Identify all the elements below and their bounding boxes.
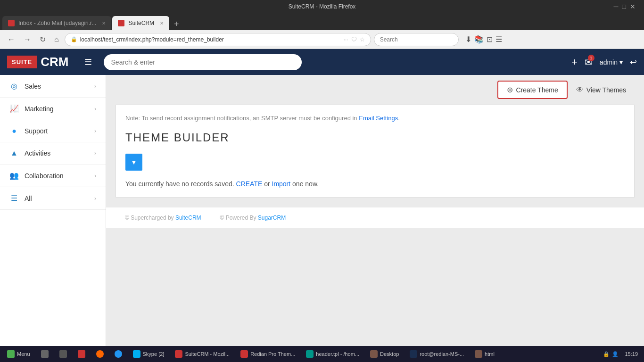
taskbar-header-tpl[interactable]: header.tpl - /hom... [301, 347, 364, 361]
footer-text-2: © Powered By SugarCRM [220, 214, 286, 221]
app2-tb-icon [59, 350, 67, 358]
tab-zoho-label: Inbox - Zoho Mail (udayagiri.r... [18, 20, 96, 26]
taskbar-lock-icon: 🔒 [603, 351, 610, 357]
tab-suite[interactable]: SuiteCRM ✕ [112, 16, 169, 30]
taskbar-redian[interactable]: Redian Pro Them... [236, 347, 300, 361]
back-button[interactable]: ← [5, 33, 18, 46]
admin-button[interactable]: admin ▾ [600, 58, 623, 66]
taskbar-app5[interactable] [110, 347, 127, 361]
taskbar-suitecrm[interactable]: SuiteCRM - Mozil... [170, 347, 234, 361]
close-button[interactable]: ✕ [630, 3, 636, 10]
footer-text-1: © Supercharged by SuiteCRM [125, 214, 201, 221]
activities-icon: ▲ [9, 149, 19, 157]
eye-icon: 👁 [576, 86, 584, 94]
page-footer: © Supercharged by SuiteCRM © Powered By … [106, 207, 644, 228]
tab-suite-close[interactable]: ✕ [160, 21, 164, 26]
zoho-favicon [8, 20, 15, 26]
html-tb-icon [475, 350, 482, 358]
forward-button[interactable]: → [21, 33, 34, 46]
chevron-right-icon-6: › [94, 195, 96, 202]
downloads-icon[interactable]: ⬇ [465, 35, 471, 44]
taskbar-app4[interactable] [91, 347, 108, 361]
main-content: ⊕ Create Theme 👁 View Themes Note: To se… [106, 75, 644, 346]
sidebar-label-collaboration: Collaboration [25, 172, 64, 180]
notice-text: Note: To send record assignment notifica… [125, 115, 357, 122]
url-bar[interactable]: 🔒 localhost/test_crm/index.php?module=re… [65, 33, 371, 46]
email-settings-link[interactable]: Email Settings [359, 115, 398, 122]
crm-header-right: + ✉ 1 admin ▾ ↩ [571, 56, 637, 68]
content-area: Note: To send record assignment notifica… [116, 105, 635, 197]
sidebar-item-sales[interactable]: ◎ Sales › [0, 75, 106, 98]
filter-icon: ▼ [131, 158, 137, 166]
sidebar-toggle-icon[interactable]: ⊡ [487, 35, 493, 44]
taskbar-menu-label: Menu [17, 351, 30, 357]
sidebar-item-collaboration[interactable]: 👥 Collaboration › [0, 165, 106, 187]
sidebar-label-all: All [25, 195, 32, 202]
suitecrm-footer-link[interactable]: SuiteCRM [175, 214, 201, 221]
mail-icon-wrap[interactable]: ✉ 1 [585, 57, 593, 68]
plus-circle-icon: ⊕ [507, 85, 513, 94]
taskbar-user-icon: 👤 [612, 351, 619, 357]
sidebar-label-marketing: Marketing [25, 105, 53, 113]
admin-label: admin [600, 58, 618, 66]
taskbar-app2[interactable] [55, 347, 72, 361]
crm-search-container [104, 54, 302, 70]
browser-title: SuiteCRM - Mozilla Firefox [289, 3, 356, 10]
crm-search-input[interactable] [104, 54, 302, 70]
menu-icon[interactable]: ☰ [495, 35, 502, 44]
app5-tb-icon [115, 350, 122, 358]
sidebar-item-support[interactable]: ● Support › [0, 120, 106, 142]
create-theme-label: Create Theme [516, 86, 558, 94]
taskbar-files[interactable] [36, 347, 53, 361]
import-link[interactable]: Import [272, 180, 291, 188]
hamburger-icon[interactable]: ☰ [84, 57, 92, 67]
logo-crm: CRM [37, 55, 72, 69]
logo-suite: SUITE [7, 56, 37, 68]
root-tb-icon [410, 350, 417, 358]
sidebar-item-all[interactable]: ☰ All › [0, 187, 106, 210]
browser-search-input[interactable] [374, 33, 459, 46]
sales-icon: ◎ [9, 82, 19, 90]
notice-bar: Note: To send record assignment notifica… [125, 115, 625, 122]
new-tab-button[interactable]: + [170, 19, 183, 29]
maximize-button[interactable]: □ [622, 3, 626, 10]
taskbar-app3[interactable] [73, 347, 90, 361]
taskbar-skype[interactable]: Skype [2] [128, 347, 169, 361]
support-icon: ● [9, 127, 19, 135]
home-button[interactable]: ⌂ [51, 33, 62, 46]
sugarcrm-footer-link[interactable]: SugarCRM [258, 214, 286, 221]
filter-button[interactable]: ▼ [125, 154, 142, 171]
crm-body: ◎ Sales › 📈 Marketing › ● Support › [0, 75, 644, 346]
logout-icon[interactable]: ↩ [630, 57, 637, 67]
url-text: localhost/test_crm/index.php?module=red_… [80, 36, 341, 43]
star-icon: ☆ [360, 36, 365, 43]
admin-chevron-icon: ▾ [619, 58, 623, 66]
create-link[interactable]: CREATE [236, 180, 263, 188]
taskbar-skype-label: Skype [2] [143, 351, 165, 357]
create-theme-button[interactable]: ⊕ Create Theme [497, 81, 567, 99]
all-icon: ☰ [9, 194, 19, 203]
main-action-bar: ⊕ Create Theme 👁 View Themes [106, 75, 644, 105]
app4-tb-icon [96, 350, 104, 358]
taskbar-menu[interactable]: Menu [2, 347, 35, 361]
add-icon[interactable]: + [571, 56, 578, 68]
lock-icon: 🔒 [71, 36, 77, 42]
minimize-button[interactable]: ─ [614, 3, 619, 10]
refresh-button[interactable]: ↻ [37, 33, 49, 46]
chevron-right-icon-2: › [94, 106, 96, 112]
taskbar-root[interactable]: root@redian-MS-... [405, 347, 469, 361]
taskbar-desktop[interactable]: Desktop [365, 347, 404, 361]
suite-favicon [118, 20, 124, 26]
tab-zoho-close[interactable]: ✕ [102, 21, 106, 26]
url-more-icon: ··· [344, 36, 348, 43]
collaboration-icon: 👥 [9, 171, 19, 180]
library-icon[interactable]: 📚 [474, 35, 484, 44]
taskbar-html[interactable]: html [470, 347, 499, 361]
taskbar-html-label: html [485, 351, 495, 357]
sidebar-item-activities[interactable]: ▲ Activities › [0, 142, 106, 165]
tab-zoho[interactable]: Inbox - Zoho Mail (udayagiri.r... ✕ [2, 16, 111, 30]
taskbar-root-label: root@redian-MS-... [420, 351, 464, 357]
skype-icon [133, 350, 140, 358]
view-themes-button[interactable]: 👁 View Themes [568, 82, 635, 98]
sidebar-item-marketing[interactable]: 📈 Marketing › [0, 98, 106, 120]
